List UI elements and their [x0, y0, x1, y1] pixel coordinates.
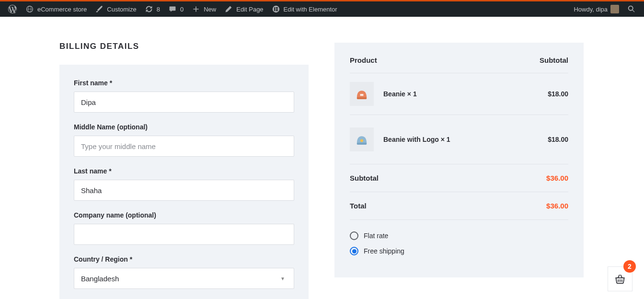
- howdy-label: Howdy, dipa: [574, 6, 608, 13]
- wp-logo[interactable]: [4, 1, 21, 17]
- billing-column: BILLING DETAILS First name * Middle Name…: [59, 42, 309, 299]
- customize-link[interactable]: Customize: [91, 1, 140, 17]
- order-item: Beanie with Logo × 1 $18.00: [350, 115, 568, 164]
- shipping-flat-label: Flat rate: [364, 232, 388, 240]
- product-header: Product: [350, 56, 377, 64]
- subtotal-value: $36.00: [546, 174, 568, 182]
- updates-icon: [144, 4, 154, 14]
- billing-panel: First name * Middle Name (optional) Last…: [59, 65, 309, 299]
- svg-rect-10: [357, 143, 367, 145]
- company-input[interactable]: [74, 224, 294, 245]
- wp-admin-bar: eCommerce store Customize 8 0 New: [0, 1, 644, 17]
- svg-rect-9: [360, 94, 364, 96]
- item-price: $18.00: [548, 136, 568, 143]
- home-icon: [25, 4, 34, 14]
- country-value: Bangladesh: [81, 275, 119, 283]
- shipping-free-label: Free shipping: [364, 247, 404, 255]
- order-item: Beanie × 1 $18.00: [350, 73, 568, 115]
- svg-rect-5: [276, 7, 278, 8]
- new-label: New: [204, 6, 216, 13]
- first-name-input[interactable]: [74, 92, 294, 113]
- svg-rect-7: [276, 10, 278, 11]
- svg-point-11: [360, 139, 363, 142]
- company-label: Company name (optional): [74, 211, 294, 219]
- floating-cart-button[interactable]: 2: [608, 266, 632, 291]
- last-name-input[interactable]: [74, 180, 294, 201]
- edit-page-label: Edit Page: [236, 6, 263, 13]
- total-value: $36.00: [546, 202, 568, 210]
- order-header: Product Subtotal: [350, 56, 568, 73]
- billing-title: BILLING DETAILS: [59, 42, 309, 51]
- admin-bar-right: Howdy, dipa: [570, 1, 640, 17]
- updates-count: 8: [157, 6, 160, 13]
- item-name: Beanie with Logo × 1: [383, 136, 548, 143]
- shipping-flat-rate[interactable]: Flat rate: [350, 231, 568, 240]
- last-name-row: Last name *: [74, 167, 294, 201]
- total-label: Total: [350, 202, 367, 210]
- country-row: Country / Region * Bangladesh ▼: [74, 255, 294, 289]
- cart-badge: 2: [623, 260, 636, 273]
- shipping-options: Flat rate Free shipping: [350, 220, 568, 255]
- middle-name-row: Middle Name (optional): [74, 123, 294, 157]
- new-link[interactable]: New: [187, 1, 220, 17]
- search-link[interactable]: [623, 1, 640, 17]
- edit-elementor-label: Edit with Elementor: [284, 6, 337, 13]
- middle-name-input[interactable]: [74, 136, 294, 157]
- wordpress-icon: [8, 4, 17, 14]
- svg-rect-4: [274, 7, 275, 11]
- svg-rect-6: [276, 9, 278, 10]
- subtotal-label: Subtotal: [350, 174, 379, 182]
- plus-icon: [191, 4, 201, 14]
- subtotal-header: Subtotal: [540, 56, 568, 64]
- brush-icon: [94, 4, 104, 14]
- checkout-content: BILLING DETAILS First name * Middle Name…: [0, 17, 644, 299]
- elementor-icon: [271, 4, 281, 14]
- chevron-down-icon: ▼: [280, 276, 285, 281]
- last-name-label: Last name *: [74, 167, 294, 175]
- updates-link[interactable]: 8: [140, 1, 164, 17]
- item-name: Beanie × 1: [383, 90, 548, 98]
- order-panel: Product Subtotal Beanie × 1 $18.00 Beani…: [334, 43, 584, 277]
- comments-icon: [168, 4, 177, 14]
- edit-elementor-link[interactable]: Edit with Elementor: [267, 1, 341, 17]
- customize-label: Customize: [107, 6, 136, 13]
- product-thumb: [350, 82, 374, 106]
- comments-link[interactable]: 0: [164, 1, 187, 17]
- shipping-free[interactable]: Free shipping: [350, 247, 568, 255]
- svg-rect-8: [357, 97, 367, 99]
- middle-name-label: Middle Name (optional): [74, 123, 294, 131]
- country-select[interactable]: Bangladesh ▼: [74, 268, 294, 289]
- howdy-link[interactable]: Howdy, dipa: [570, 1, 623, 17]
- radio-checked-icon: [350, 247, 358, 255]
- radio-icon: [350, 231, 358, 240]
- subtotal-row: Subtotal $36.00: [350, 164, 568, 192]
- product-thumb: [350, 127, 374, 151]
- total-row: Total $36.00: [350, 192, 568, 220]
- comments-count: 0: [180, 6, 184, 13]
- admin-bar-left: eCommerce store Customize 8 0 New: [4, 1, 341, 17]
- pencil-icon: [224, 4, 233, 14]
- avatar: [610, 5, 619, 13]
- first-name-label: First name *: [74, 79, 294, 87]
- search-icon: [627, 4, 636, 14]
- item-price: $18.00: [548, 90, 568, 98]
- edit-page-link[interactable]: Edit Page: [220, 1, 267, 17]
- site-title: eCommerce store: [37, 6, 87, 13]
- company-row: Company name (optional): [74, 211, 294, 245]
- order-column: Product Subtotal Beanie × 1 $18.00 Beani…: [334, 43, 584, 277]
- site-link[interactable]: eCommerce store: [21, 1, 91, 17]
- first-name-row: First name *: [74, 79, 294, 113]
- basket-icon: [614, 273, 626, 285]
- country-label: Country / Region *: [74, 255, 294, 263]
